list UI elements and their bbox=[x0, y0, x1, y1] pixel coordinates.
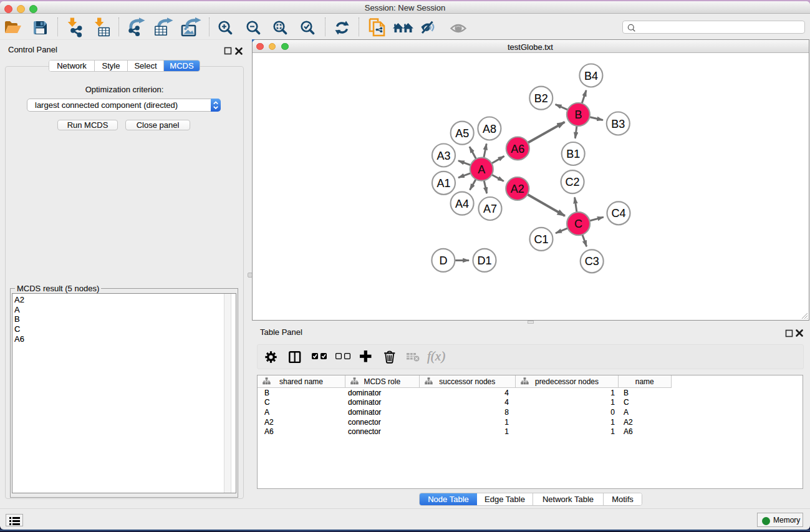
svg-text:B3: B3 bbox=[611, 117, 625, 130]
svg-text:B: B bbox=[574, 109, 582, 121]
svg-text:B4: B4 bbox=[584, 69, 597, 82]
svg-text:B1: B1 bbox=[566, 148, 580, 160]
svg-text:B2: B2 bbox=[534, 92, 547, 104]
svg-text:D: D bbox=[439, 254, 447, 266]
svg-text:A8: A8 bbox=[482, 122, 496, 135]
svg-text:A5: A5 bbox=[455, 127, 469, 139]
svg-text:A7: A7 bbox=[483, 203, 496, 215]
svg-text:A6: A6 bbox=[511, 142, 524, 155]
svg-text:C2: C2 bbox=[565, 176, 579, 188]
svg-text:A4: A4 bbox=[455, 197, 469, 210]
svg-text:A2: A2 bbox=[510, 183, 524, 195]
svg-text:D1: D1 bbox=[477, 254, 491, 266]
svg-text:A: A bbox=[478, 163, 485, 175]
svg-text:C: C bbox=[574, 218, 582, 230]
svg-text:A1: A1 bbox=[436, 177, 450, 189]
svg-text:C4: C4 bbox=[611, 207, 625, 220]
svg-text:A3: A3 bbox=[436, 149, 450, 162]
svg-text:C1: C1 bbox=[534, 233, 548, 245]
svg-text:C3: C3 bbox=[584, 255, 599, 268]
